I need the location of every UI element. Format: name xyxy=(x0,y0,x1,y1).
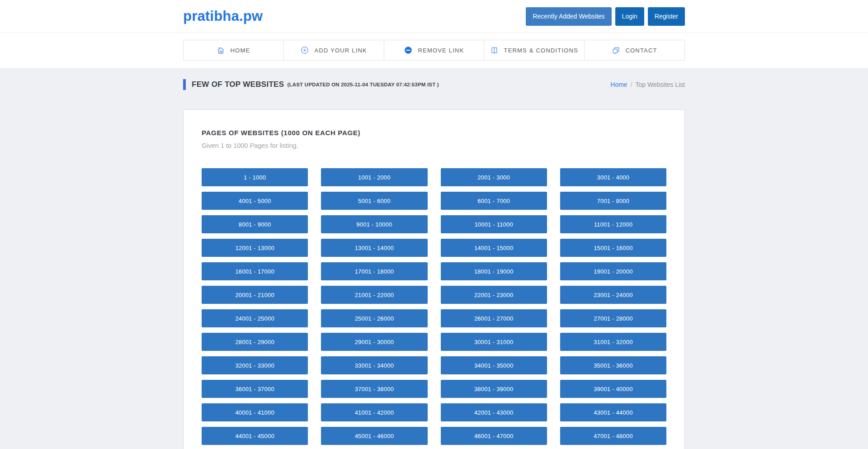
page-range-button[interactable]: 3001 - 4000 xyxy=(560,168,666,186)
page-range-button[interactable]: 35001 - 36000 xyxy=(560,356,666,374)
page-range-button[interactable]: 14001 - 15000 xyxy=(441,239,547,257)
page-range-button[interactable]: 45001 - 46000 xyxy=(321,427,427,445)
nav-item-remove-link[interactable]: REMOVE LINK xyxy=(384,40,485,60)
page-range-button[interactable]: 15001 - 16000 xyxy=(560,239,666,257)
page-range-button[interactable]: 46001 - 47000 xyxy=(441,427,547,445)
nav-item-add-your-link[interactable]: ADD YOUR LINK xyxy=(284,40,384,60)
nav-item-label: REMOVE LINK xyxy=(418,47,464,54)
page-range-button[interactable]: 18001 - 19000 xyxy=(441,262,547,280)
page-range-button[interactable]: 33001 - 34000 xyxy=(321,356,427,374)
page-range-button[interactable]: 22001 - 23000 xyxy=(441,286,547,304)
page-range-button[interactable]: 37001 - 38000 xyxy=(321,380,427,398)
page-range-button[interactable]: 32001 - 33000 xyxy=(202,356,308,374)
page-title-row: FEW OF TOP WEBSITES (LAST UPDATED ON 202… xyxy=(183,78,685,91)
page-range-button[interactable]: 39001 - 40000 xyxy=(560,380,666,398)
page-range-button[interactable]: 24001 - 25000 xyxy=(202,309,308,327)
page-range-button[interactable]: 9001 - 10000 xyxy=(321,215,427,233)
breadcrumb-separator: / xyxy=(631,81,632,88)
pagination-grid: 1 - 10001001 - 20002001 - 30003001 - 400… xyxy=(202,168,666,445)
page-range-button[interactable]: 19001 - 20000 xyxy=(560,262,666,280)
page-range-button[interactable]: 2001 - 3000 xyxy=(441,168,547,186)
page-range-button[interactable]: 43001 - 44000 xyxy=(560,403,666,421)
page-range-button[interactable]: 21001 - 22000 xyxy=(321,286,427,304)
page-range-button[interactable]: 36001 - 37000 xyxy=(202,380,308,398)
breadcrumb-home-link[interactable]: Home xyxy=(610,81,627,88)
page-range-button[interactable]: 47001 - 48000 xyxy=(560,427,666,445)
header-actions: Recently Added Websites Login Register xyxy=(526,7,685,26)
page-range-button[interactable]: 26001 - 27000 xyxy=(441,309,547,327)
page-range-button[interactable]: 10001 - 11000 xyxy=(441,215,547,233)
site-header: pratibha.pw Recently Added Websites Logi… xyxy=(0,0,868,33)
page-range-button[interactable]: 40001 - 41000 xyxy=(202,403,308,421)
nav-item-label: TERMS & CONDITIONS xyxy=(504,47,578,54)
nav-item-label: HOME xyxy=(230,47,250,54)
page-range-button[interactable]: 28001 - 29000 xyxy=(202,333,308,351)
nav-item-label: ADD YOUR LINK xyxy=(314,47,367,54)
nav-item-label: CONTACT xyxy=(625,47,657,54)
breadcrumb: Home / Top Websites List xyxy=(610,81,685,88)
page-range-button[interactable]: 25001 - 26000 xyxy=(321,309,427,327)
page-range-button[interactable]: 30001 - 31000 xyxy=(441,333,547,351)
login-button[interactable]: Login xyxy=(615,7,644,26)
page-range-button[interactable]: 11001 - 12000 xyxy=(560,215,666,233)
contact-icon xyxy=(612,46,620,55)
page-range-button[interactable]: 20001 - 21000 xyxy=(202,286,308,304)
page-range-button[interactable]: 6001 - 7000 xyxy=(441,192,547,210)
nav-item-contact[interactable]: CONTACT xyxy=(585,40,684,60)
page-range-button[interactable]: 34001 - 35000 xyxy=(441,356,547,374)
page-range-button[interactable]: 1001 - 2000 xyxy=(321,168,427,186)
page-range-button[interactable]: 5001 - 6000 xyxy=(321,192,427,210)
page-range-button[interactable]: 23001 - 24000 xyxy=(560,286,666,304)
page-range-button[interactable]: 16001 - 17000 xyxy=(202,262,308,280)
card-heading: PAGES OF WEBSITES (1000 ON EACH PAGE) xyxy=(202,129,666,137)
home-icon xyxy=(217,46,225,55)
page-range-button[interactable]: 4001 - 5000 xyxy=(202,192,308,210)
main-nav: HOME ADD YOUR LINK REMOVE LINK xyxy=(183,40,685,61)
page-range-button[interactable]: 17001 - 18000 xyxy=(321,262,427,280)
page-range-button[interactable]: 41001 - 42000 xyxy=(321,403,427,421)
add-link-icon xyxy=(300,46,309,55)
page-range-button[interactable]: 1 - 1000 xyxy=(202,168,308,186)
nav-item-home[interactable]: HOME xyxy=(184,40,284,60)
page-range-button[interactable]: 42001 - 43000 xyxy=(441,403,547,421)
page-range-button[interactable]: 31001 - 32000 xyxy=(560,333,666,351)
last-updated-note: (LAST UPDATED ON 2025-11-04 TUESDAY 07:4… xyxy=(287,82,439,87)
card-subheading: Given 1 to 1000 Pages for listing. xyxy=(202,142,666,149)
nav-item-terms-and-conditions[interactable]: TERMS & CONDITIONS xyxy=(484,40,585,60)
recently-added-websites-button[interactable]: Recently Added Websites xyxy=(526,7,611,26)
main-nav-band: HOME ADD YOUR LINK REMOVE LINK xyxy=(0,33,868,68)
page-title: FEW OF TOP WEBSITES xyxy=(192,80,284,89)
site-logo[interactable]: pratibha.pw xyxy=(183,8,263,24)
title-marker-bar xyxy=(183,79,186,90)
page-range-button[interactable]: 13001 - 14000 xyxy=(321,239,427,257)
page-range-button[interactable]: 27001 - 28000 xyxy=(560,309,666,327)
page-range-button[interactable]: 8001 - 9000 xyxy=(202,215,308,233)
register-button[interactable]: Register xyxy=(648,7,685,26)
page-range-button[interactable]: 44001 - 45000 xyxy=(202,427,308,445)
page-range-button[interactable]: 7001 - 8000 xyxy=(560,192,666,210)
page-range-button[interactable]: 29001 - 30000 xyxy=(321,333,427,351)
pages-card: PAGES OF WEBSITES (1000 ON EACH PAGE) Gi… xyxy=(183,109,685,449)
page-range-button[interactable]: 38001 - 39000 xyxy=(441,380,547,398)
page-range-button[interactable]: 12001 - 13000 xyxy=(202,239,308,257)
remove-link-icon xyxy=(404,46,413,55)
terms-icon xyxy=(490,46,499,55)
breadcrumb-current: Top Websites List xyxy=(636,81,685,88)
